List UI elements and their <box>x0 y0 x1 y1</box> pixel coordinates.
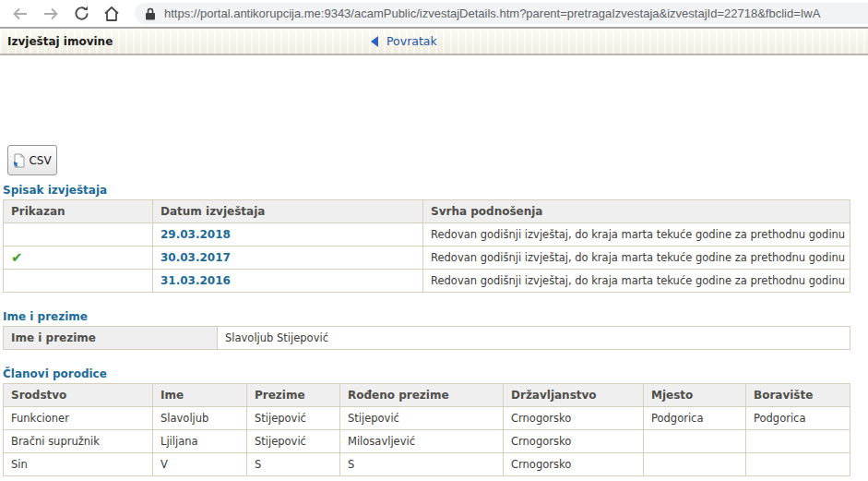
cell-ime: Slavoljub <box>153 407 247 430</box>
report-date-link[interactable]: 29.03.2018 <box>161 228 231 241</box>
cell-srodstvo: Funkcioner <box>4 407 153 430</box>
col-srodstvo: Srodstvo <box>4 384 153 407</box>
portal-header: Izvještaj imovine Povratak <box>0 27 868 55</box>
cell-mjesto <box>644 430 746 453</box>
cell-prezime: Stijepović <box>247 407 340 430</box>
back-to-results-link[interactable]: Povratak <box>368 29 437 54</box>
report-date-link[interactable]: 31.03.2016 <box>161 274 231 287</box>
cell-prezime: Stijepović <box>247 430 340 453</box>
report-row: 31.03.2016 Redovan godišnji izvještaj, d… <box>4 270 850 293</box>
col-prikazan: Prikazan <box>4 200 153 223</box>
reports-header-row: Prikazan Datum izvještaja Svrha podnošen… <box>4 200 850 223</box>
col-datum: Datum izvještaja <box>153 200 423 223</box>
family-table: Srodstvo Ime Prezime Rođeno prezime Drža… <box>3 383 850 476</box>
cell-srodstvo: Bračni supružnik <box>4 430 153 453</box>
family-header-row: Srodstvo Ime Prezime Rođeno prezime Drža… <box>4 384 850 407</box>
reports-section-heading: Spisak izvještaja <box>3 184 868 197</box>
page-title: Izvještaj imovine <box>7 35 113 48</box>
col-ime: Ime <box>153 384 247 407</box>
cell-rodjeno-prezime: Stijepović <box>340 407 504 430</box>
col-drzavljanstvo: Državljanstvo <box>504 384 644 407</box>
cell-ime: V <box>153 453 247 476</box>
report-row: ✔ 30.03.2017 Redovan godišnji izvještaj,… <box>4 247 850 270</box>
report-purpose: Redovan godišnji izvještaj, do kraja mar… <box>423 270 850 293</box>
report-date-link[interactable]: 30.03.2017 <box>161 251 231 264</box>
export-csv-button[interactable]: CSV <box>7 145 57 175</box>
name-value: Slavoljub Stijepović <box>218 327 850 350</box>
forward-icon[interactable] <box>40 3 62 25</box>
report-purpose: Redovan godišnji izvještaj, do kraja mar… <box>423 223 850 247</box>
cell-drzavljanstvo: Crnogorsko <box>504 430 644 453</box>
lock-icon <box>145 7 156 20</box>
back-arrow-icon <box>368 35 380 48</box>
refresh-icon[interactable] <box>70 3 92 25</box>
name-table: Ime i prezime Slavoljub Stijepović <box>3 326 850 350</box>
col-mjesto: Mjesto <box>644 384 746 407</box>
address-bar[interactable]: https://portal.antikorupcija.me:9343/aca… <box>135 3 868 24</box>
reports-table: Prikazan Datum izvještaja Svrha podnošen… <box>3 199 850 293</box>
shown-check-icon: ✔ <box>11 249 23 266</box>
col-rodjeno-prezime: Rođeno prezime <box>340 384 504 407</box>
name-section-heading: Ime i prezime <box>3 310 868 323</box>
main-content: CSV Spisak izvještaja Prikazan Datum izv… <box>0 145 868 476</box>
url-text: https://portal.antikorupcija.me:9343/aca… <box>164 6 820 20</box>
home-icon[interactable] <box>101 3 123 25</box>
cell-boraviste <box>746 453 850 476</box>
cell-drzavljanstvo: Crnogorsko <box>504 453 644 476</box>
col-boraviste: Boravište <box>746 384 850 407</box>
csv-button-label: CSV <box>29 154 51 167</box>
cell-boraviste: Podgorica <box>746 407 850 430</box>
cell-ime: Ljiljana <box>153 430 247 453</box>
report-row: 29.03.2018 Redovan godišnji izvještaj, d… <box>4 223 850 247</box>
browser-toolbar: https://portal.antikorupcija.me:9343/aca… <box>0 0 868 27</box>
cell-mjesto: Podgorica <box>644 407 746 430</box>
cell-rodjeno-prezime: S <box>340 453 504 476</box>
cell-srodstvo: Sin <box>4 453 153 476</box>
cell-prezime: S <box>247 453 340 476</box>
cell-rodjeno-prezime: Milosavljević <box>340 430 504 453</box>
col-svrha: Svrha podnošenja <box>423 200 850 223</box>
back-icon[interactable] <box>9 3 31 25</box>
report-purpose: Redovan godišnji izvještaj, do kraja mar… <box>423 247 850 270</box>
cell-boraviste <box>746 430 850 453</box>
family-row: Bračni supružnik Ljiljana Stijepović Mil… <box>4 430 850 453</box>
back-link-label: Povratak <box>386 34 437 48</box>
family-row: Sin V S S Crnogorsko <box>4 453 850 476</box>
col-prezime: Prezime <box>247 384 340 407</box>
name-row: Ime i prezime Slavoljub Stijepović <box>4 327 850 350</box>
family-row: Funkcioner Slavoljub Stijepović Stijepov… <box>4 407 850 430</box>
family-section-heading: Članovi porodice <box>3 367 868 380</box>
cell-drzavljanstvo: Crnogorsko <box>504 407 644 430</box>
cell-mjesto <box>644 453 746 476</box>
csv-file-icon <box>13 153 26 168</box>
name-label: Ime i prezime <box>4 327 218 350</box>
